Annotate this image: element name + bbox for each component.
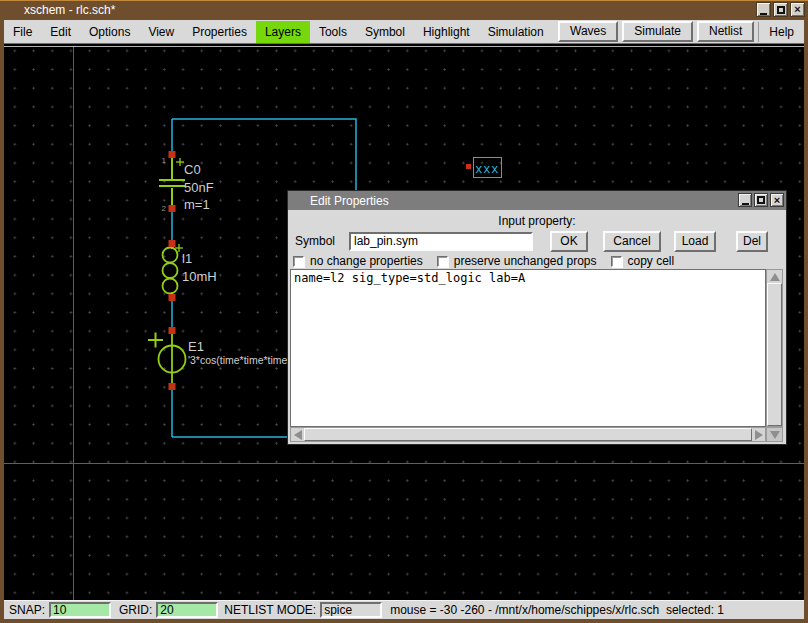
capacitor-pin1-number: 1	[162, 156, 167, 165]
symbol-input[interactable]	[349, 232, 533, 251]
no-change-properties-checkbox[interactable]	[293, 256, 304, 267]
preserve-unchanged-props-checkbox[interactable]	[437, 256, 448, 267]
menu-file[interactable]: File	[4, 21, 41, 43]
capacitor-name: C0	[184, 162, 201, 177]
component-source[interactable]: E1 '3*cos(time*time*time	[148, 327, 288, 390]
input-property-label: Input property:	[288, 214, 786, 228]
waves-button[interactable]: Waves	[558, 21, 618, 42]
window-controls: ×	[756, 2, 805, 17]
no-change-properties-label: no change properties	[310, 254, 423, 268]
menu-tools[interactable]: Tools	[310, 21, 356, 43]
window-titlebar[interactable]: xschem - rlc.sch* ×	[0, 0, 808, 20]
inductor-name: l1	[182, 251, 192, 266]
minimize-button[interactable]	[756, 2, 771, 17]
menu-edit[interactable]: Edit	[41, 21, 80, 43]
copy-cell-checkbox[interactable]	[611, 256, 622, 267]
menu-right-buttons: Waves Simulate Netlist Help	[558, 21, 804, 42]
maximize-icon	[777, 6, 785, 14]
menubar: File Edit Options View Properties Layers…	[4, 20, 804, 44]
scroll-right-button[interactable]	[752, 428, 765, 441]
dialog-titlebar[interactable]: Edit Properties ×	[288, 191, 786, 210]
vertical-scrollbar-thumb[interactable]	[767, 283, 782, 426]
schematic-canvas[interactable]: 1 2 C0 50nF m=1 l1 10	[4, 44, 804, 600]
menu-view[interactable]: View	[139, 21, 183, 43]
dialog-window-controls: ×	[738, 193, 784, 207]
dialog-close-button[interactable]: ×	[770, 193, 784, 207]
snap-label: SNAP:	[9, 603, 45, 617]
scroll-down-button[interactable]	[766, 427, 783, 442]
menu-simulation[interactable]: Simulation	[479, 21, 553, 43]
arrow-down-icon	[770, 431, 780, 439]
net-label-text: xxx	[476, 161, 500, 176]
minimize-icon	[760, 13, 767, 15]
menu-highlight[interactable]: Highlight	[414, 21, 479, 43]
window-title: xschem - rlc.sch*	[24, 3, 115, 17]
netlist-mode-label: NETLIST MODE:	[224, 603, 316, 617]
copy-cell-label: copy cell	[628, 254, 675, 268]
arrow-up-icon	[770, 273, 780, 281]
vertical-scrollbar[interactable]	[766, 269, 783, 427]
menu-properties[interactable]: Properties	[183, 21, 256, 43]
pin-marker	[466, 164, 471, 169]
pin-marker	[169, 327, 176, 334]
scroll-up-button[interactable]	[767, 270, 782, 283]
dialog-title: Edit Properties	[310, 194, 389, 208]
grid-label: GRID:	[119, 603, 152, 617]
statusbar: SNAP: GRID: NETLIST MODE: mouse = -30 -2…	[4, 600, 804, 619]
maximize-icon	[757, 196, 765, 204]
minimize-icon	[742, 203, 749, 205]
dialog-maximize-button[interactable]	[754, 193, 768, 207]
load-button[interactable]: Load	[674, 231, 716, 252]
pin-marker	[169, 205, 176, 212]
arrow-right-icon	[755, 430, 763, 440]
simulate-button[interactable]: Simulate	[622, 21, 693, 42]
symbol-label: Symbol	[295, 234, 337, 248]
maximize-button[interactable]	[773, 2, 788, 17]
dialog-minimize-button[interactable]	[738, 193, 752, 207]
capacitor-pin2-number: 2	[162, 204, 167, 213]
net-label-selected[interactable]: xxx	[466, 158, 502, 178]
preserve-unchanged-props-label: preserve unchanged props	[454, 254, 597, 268]
source-value: '3*cos(time*time*time	[188, 354, 288, 366]
close-icon: ×	[774, 195, 780, 206]
netlist-button[interactable]: Netlist	[697, 21, 754, 42]
capacitor-attr: m=1	[184, 197, 210, 212]
cancel-button[interactable]: Cancel	[603, 231, 661, 252]
component-inductor[interactable]: l1 10mH	[163, 240, 217, 301]
menu-symbol[interactable]: Symbol	[356, 21, 414, 43]
edit-properties-dialog: Edit Properties × Input property: Symbol…	[287, 190, 787, 445]
menu-help[interactable]: Help	[758, 22, 802, 42]
component-capacitor[interactable]: 1 2 C0 50nF m=1	[159, 151, 214, 213]
inductor-value: 10mH	[182, 269, 217, 284]
horizontal-scrollbar[interactable]	[290, 427, 766, 442]
checkbox-row: no change properties preserve unchanged …	[293, 254, 688, 268]
pin-marker	[169, 151, 176, 158]
horizontal-scrollbar-thumb[interactable]	[304, 428, 752, 441]
close-button[interactable]: ×	[790, 2, 805, 17]
properties-editor: name=l2 sig_type=std_logic lab=A	[290, 269, 783, 442]
grid-input[interactable]	[156, 602, 218, 618]
capacitor-value: 50nF	[184, 180, 214, 195]
arrow-left-icon	[294, 430, 302, 440]
mouse-status-text: mouse = -30 -260 - /mnt/x/home/schippes/…	[390, 603, 724, 617]
source-name: E1	[188, 339, 204, 354]
netlist-mode-input[interactable]	[320, 602, 382, 618]
ok-button[interactable]: OK	[550, 231, 588, 252]
pin-marker	[169, 383, 176, 390]
symbol-row: Symbol OK Cancel Load Del	[295, 230, 779, 252]
scroll-left-button[interactable]	[291, 428, 304, 441]
del-button[interactable]: Del	[736, 231, 768, 252]
menu-layers[interactable]: Layers	[256, 21, 310, 43]
pin-marker	[169, 294, 176, 301]
pin-marker	[169, 240, 176, 247]
properties-textarea[interactable]: name=l2 sig_type=std_logic lab=A	[290, 269, 766, 427]
close-icon: ×	[794, 4, 800, 15]
menu-options[interactable]: Options	[80, 21, 139, 43]
snap-input[interactable]	[49, 602, 111, 618]
xschem-window: xschem - rlc.sch* × File Edit Options Vi…	[0, 0, 808, 623]
